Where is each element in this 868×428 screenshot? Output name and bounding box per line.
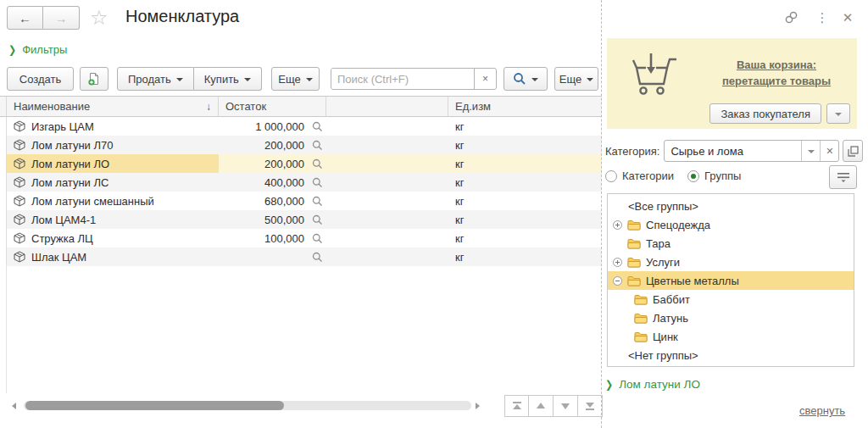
tree-item-label: <Нет группы> [628,349,698,362]
radio-groups[interactable]: Группы [687,170,741,182]
tree-item[interactable]: <Все группы> [608,197,854,215]
back-icon: ← [19,11,31,25]
go-up-button[interactable] [529,395,554,417]
row-marker [0,192,7,210]
table-row[interactable]: Лом ЦАМ4-1 500,000 кг [0,210,602,229]
sell-button[interactable]: Продать [117,67,194,91]
table-row[interactable]: Лом латуни смешанный 680,000 кг [0,192,602,210]
combo-dropdown-icon[interactable] [801,141,820,161]
tree-item[interactable]: Цветные металлы [608,271,854,290]
column-header-qty[interactable]: Остаток [219,97,326,116]
chevron-down-icon [531,78,538,81]
scroll-right-icon[interactable] [476,403,480,409]
create-group-button[interactable] [80,67,108,91]
tree-expander-icon[interactable] [613,220,622,230]
item-qty: 100,000 [264,232,304,245]
tree-expander-icon[interactable] [613,239,622,248]
row-marker [0,154,7,173]
table-header: Наименование ↓ Остаток Ед.изм [0,97,602,117]
go-last-button[interactable] [578,395,603,417]
filters-label: Фильтры [22,43,67,56]
tree-settings-button[interactable] [829,165,857,189]
filters-toggle[interactable]: ❯ Фильтры [8,43,67,56]
column-header-name[interactable]: Наименование ↓ [7,97,219,116]
tree-item[interactable]: Латунь [608,308,854,327]
tree-item[interactable]: Баббит [608,290,854,308]
combo-clear-icon[interactable]: ✕ [820,141,838,161]
row-marker [0,229,7,247]
chevron-right-icon: ❯ [605,378,613,391]
more-button-list[interactable]: Еще [271,67,320,91]
tree-item[interactable]: Спецодежда [608,215,854,234]
folder-icon [627,257,641,268]
search-box: × [331,68,497,90]
radio-categories[interactable]: Категории [605,170,674,182]
history-nav: ← → [7,6,80,30]
column-header-unit[interactable]: Ед.изм [448,97,602,116]
item-unit: кг [455,120,464,133]
category-combobox[interactable]: Сырье и лома ✕ [664,140,839,162]
table-row[interactable]: Шлак ЦАМ кг [0,247,602,266]
collapse-link[interactable]: свернуть [799,404,845,417]
create-button[interactable]: Создать [7,67,74,91]
lookup-magnifier-icon[interactable] [312,252,323,263]
item-name: Стружка ЛЦ [31,232,93,245]
go-first-button[interactable] [504,395,529,417]
tree-expander-icon[interactable] [613,258,622,267]
more-menu-icon[interactable]: ⋮ [814,10,831,25]
item-name: Лом латуни смешанный [31,195,154,208]
folder-icon [627,238,641,249]
tree-item[interactable]: <Нет группы> [608,346,854,364]
lookup-magnifier-icon[interactable] [312,158,323,170]
chevron-down-icon [306,78,313,81]
sort-desc-icon: ↓ [206,101,211,113]
buy-button[interactable]: Купить [194,67,262,91]
table-row[interactable]: Лом латуни ЛО 200,000 кг [0,154,602,173]
search-input[interactable] [331,69,474,89]
scroll-left-icon[interactable] [12,403,16,409]
lookup-magnifier-icon[interactable] [312,177,323,188]
close-icon[interactable]: ✕ [839,10,856,25]
lookup-magnifier-icon[interactable] [312,196,323,207]
table-row[interactable]: Стружка ЛЦ 100,000 кг [0,229,602,247]
folder-icon [634,331,648,342]
item-name: Изгарь ЦАМ [31,120,94,133]
lookup-magnifier-icon[interactable] [312,140,323,151]
search-button[interactable] [504,67,548,91]
item-unit: кг [455,139,464,152]
cart-dropzone[interactable]: Ваша корзина: перетащите товары Заказ по… [607,38,857,129]
back-button[interactable]: ← [7,6,43,30]
table-row[interactable]: Лом латуни ЛС 400,000 кг [0,173,602,192]
clear-search-icon[interactable]: × [474,69,496,89]
lookup-magnifier-icon[interactable] [312,214,323,225]
horizontal-scrollbar-thumb[interactable] [25,401,284,410]
tree-item[interactable]: Услуги [608,253,854,271]
collapse-lines-icon [837,171,850,183]
item-name: Лом латуни ЛО [31,158,109,170]
more-button-search[interactable]: Еще [554,67,598,91]
open-category-button[interactable] [843,140,863,162]
panel-splitter[interactable] [601,0,602,428]
table-body: Изгарь ЦАМ 1 000,000 кг Лом латуни Л70 2… [0,117,602,266]
get-link-icon[interactable] [784,10,801,25]
folder-icon [627,220,641,231]
item-qty: 200,000 [264,158,304,170]
lookup-magnifier-icon[interactable] [312,233,323,244]
favorite-star-icon[interactable]: ☆ [90,5,108,31]
table-row[interactable]: Лом латуни Л70 200,000 кг [0,136,602,154]
item-box-icon [14,120,25,132]
forward-button[interactable]: → [43,6,80,30]
item-qty: 400,000 [264,176,304,189]
customer-order-dropdown[interactable] [826,103,850,124]
row-marker [0,117,7,136]
table-row[interactable]: Изгарь ЦАМ 1 000,000 кг [0,117,602,136]
tree-item[interactable]: Цинк [608,327,854,346]
tree-item[interactable]: Тара [608,234,854,253]
chevron-down-icon [244,78,251,81]
cart-hint-link[interactable]: Ваша корзина: перетащите товары [709,57,844,89]
selected-item-link[interactable]: ❯ Лом латуни ЛО [605,378,700,391]
lookup-magnifier-icon[interactable] [312,121,323,132]
go-down-button[interactable] [554,395,578,417]
tree-expander-icon[interactable] [613,276,622,286]
customer-order-button[interactable]: Заказ покупателя [709,103,821,124]
